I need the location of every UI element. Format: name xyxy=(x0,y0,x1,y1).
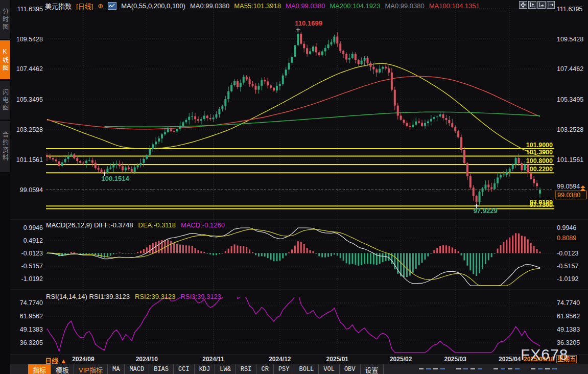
axis-label: 111.6395 xyxy=(17,6,43,13)
axis-label: 103.2528 xyxy=(16,126,43,133)
ma-readout: MA100:104.1351 xyxy=(429,2,480,10)
left-sidebar: 分时图K线图闪电图合约资料 xyxy=(0,0,10,374)
axis-label: -0.5157 xyxy=(21,263,43,270)
sidebar-tab-1[interactable]: 分时图 xyxy=(0,0,10,39)
month-tick-label: 2025/01 xyxy=(326,356,348,363)
macd-value-box: 0.8089 xyxy=(555,234,580,242)
axis-label: 74.7740 xyxy=(20,299,43,307)
toolbar-button-boll[interactable]: BOLL xyxy=(294,364,319,374)
axis-label: -0.5157 xyxy=(557,263,578,270)
axis-label: 107.4462 xyxy=(16,65,43,73)
toolbar-button-bias[interactable]: BIAS xyxy=(149,364,174,374)
toolbar-button-cr[interactable]: CR xyxy=(256,364,273,374)
axis-label: 105.3495 xyxy=(557,96,583,103)
circle-plus-icon[interactable]: ⊕ xyxy=(98,2,103,10)
axis-zoom-horizontal-icon[interactable] xyxy=(537,1,546,9)
axis-label: -0.0123 xyxy=(21,250,43,257)
axis-label: 0.9946 xyxy=(557,224,576,231)
ma-readout: MA0:99.0380 xyxy=(385,2,424,10)
toolbar-button-设置[interactable]: 设置 xyxy=(361,364,384,374)
chart-canvas[interactable]: 101.9000101.3900100.8000100.220097.91009… xyxy=(10,0,588,355)
sidebar-tab-3[interactable]: 闪电图 xyxy=(0,81,10,120)
ma-readout: MA0:99.0380 xyxy=(190,2,229,10)
axis-label: -1.0192 xyxy=(21,275,43,283)
ma-readout: MA55:101.3918 xyxy=(234,2,281,10)
toolbar-button-psy[interactable]: PSY xyxy=(274,364,295,374)
ma-settings-label: MA(0,55,0,200,0,100) xyxy=(121,2,185,10)
symbol-title: 美元指数 xyxy=(45,1,72,11)
toolbar-button-vol[interactable]: VOL xyxy=(319,364,340,374)
rsi-panel-header: RSI(14,14,14) RSI1:39.3123RSI2:39.3123RS… xyxy=(46,293,221,300)
dash-group xyxy=(531,368,557,369)
ma-readout: MA200:104.1923 xyxy=(330,2,380,10)
dash-group xyxy=(493,368,520,369)
toolbar-button-cci[interactable]: CCI xyxy=(174,364,195,374)
price-level-label: 97.7300 xyxy=(530,201,553,208)
sidebar-tab-4[interactable]: 合约资料 xyxy=(0,121,10,172)
axis-label: 111.6395 xyxy=(557,6,582,13)
pan-tool-icon[interactable] xyxy=(519,1,527,9)
axis-label: -1.0192 xyxy=(557,275,578,283)
macd-value-label: 0.8089 xyxy=(557,235,576,242)
chart-legend: 美元指数 [日线] ⊕ MA(0,55,0,200,0,100) MA0:99.… xyxy=(45,1,484,11)
weekday-label: 星期五 xyxy=(556,355,577,363)
toolbar-button-kdj[interactable]: KDJ xyxy=(195,364,216,374)
axis-label: 49.1383 xyxy=(557,326,580,333)
axis-label: 105.3495 xyxy=(16,96,43,103)
scroll-right-icon[interactable] xyxy=(547,1,555,9)
dash-group xyxy=(456,368,482,369)
price-level-label: 101.9000 xyxy=(526,142,553,149)
axis-label: 74.7740 xyxy=(557,299,580,307)
current-price-box: 99.0380 xyxy=(555,191,586,199)
indicator-readout: MACD(26,12,9) DIFF:-0.3748 xyxy=(46,221,133,229)
price-level-label: 100.2200 xyxy=(526,166,553,173)
indicator-readout: RSI3:39.3123 xyxy=(181,293,222,300)
toolbar-spacer xyxy=(10,364,28,374)
axis-label: 61.9562 xyxy=(557,313,580,320)
axis-label: 36.3205 xyxy=(20,339,43,346)
month-tick-label: 2025/02 xyxy=(390,356,412,363)
indicator-readout: MACD:-0.1260 xyxy=(181,221,225,229)
axis-label: 49.1383 xyxy=(20,326,43,333)
toolbar-button-macd[interactable]: MACD xyxy=(125,364,149,374)
line-chart-icon[interactable] xyxy=(108,2,116,10)
toolbar-button-lw&[interactable]: LW& xyxy=(215,364,236,374)
axis-zoom-vertical-icon[interactable] xyxy=(528,1,536,9)
axis-label: 61.9562 xyxy=(20,313,43,320)
toolbar-button-obv[interactable]: OBV xyxy=(340,364,361,374)
axis-label: 101.1561 xyxy=(557,156,583,163)
axis-label: 103.2528 xyxy=(557,126,583,133)
toolbar-button-指标[interactable]: 指标 xyxy=(28,364,51,374)
period-tag[interactable]: [日线] xyxy=(76,1,93,11)
month-tick-label: 2024/11 xyxy=(202,356,224,363)
current-price-value: 99.0380 xyxy=(557,192,580,199)
toolbar-button-rsi[interactable]: RSI xyxy=(236,364,257,374)
indicator-readout: RSI(14,14,14) RSI1:39.3123 xyxy=(46,293,130,300)
axis-label: 109.5428 xyxy=(557,36,583,43)
axis-label: 99.0594 xyxy=(20,186,43,194)
macd-panel-header: MACD(26,12,9) DIFF:-0.3748DEA:-0.3118MAC… xyxy=(46,221,225,229)
month-tick-label: 2024/12 xyxy=(269,356,291,363)
extreme-price-label: 110.1699 xyxy=(295,19,322,27)
toolbar-button-ma[interactable]: MA xyxy=(108,364,125,374)
time-axis: 日线 ▲ 2024/092024/102024/112024/122025/01… xyxy=(10,355,588,364)
last-date-box: 2025/04/18星期五 xyxy=(521,356,579,363)
axis-label: 107.4462 xyxy=(557,65,583,73)
month-tick-label: 2025/04 xyxy=(499,356,521,363)
price-level-label: 100.8000 xyxy=(526,157,553,165)
month-tick-label: 2024/10 xyxy=(136,356,158,363)
indicator-readout: DEA:-0.3118 xyxy=(138,221,176,229)
window-icons xyxy=(519,1,555,9)
extreme-price-label: 97.9229 xyxy=(474,207,498,215)
axis-label: 109.5428 xyxy=(16,36,43,43)
axis-label: 0.4912 xyxy=(23,237,43,244)
toolbar-button-vip指标[interactable]: VIP指标 xyxy=(74,364,108,374)
axis-label: 0.9946 xyxy=(23,224,43,231)
indicator-toolbar: 指标模板VIP指标MAMACDBIASCCIKDJLW&RSICRPSYBOLL… xyxy=(10,364,588,374)
dash-group xyxy=(419,368,445,369)
toolbar-button-模板[interactable]: 模板 xyxy=(51,364,74,374)
month-tick-label: 2024/09 xyxy=(72,356,94,363)
sidebar-tab-2[interactable]: K线图 xyxy=(0,40,10,79)
axis-label: 99.0594 xyxy=(557,183,580,190)
trading-app-window: { "sidebar": { "tabs": [ {"label": "分时图"… xyxy=(0,0,588,374)
